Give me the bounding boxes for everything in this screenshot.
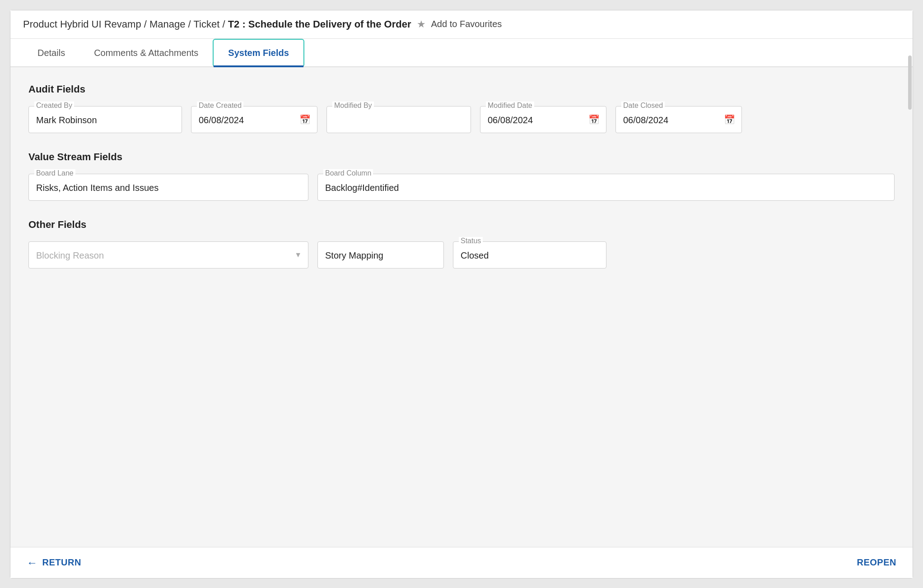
- date-created-label: Date Created: [197, 102, 243, 110]
- breadcrumb-path-text: Product Hybrid UI Revamp / Manage / Tick…: [23, 19, 225, 30]
- modified-by-label: Modified By: [332, 102, 374, 110]
- return-arrow-icon: ←: [27, 556, 38, 569]
- status-label: Status: [459, 237, 483, 245]
- board-lane-field: Board Lane Risks, Action Items and Issue…: [28, 174, 308, 201]
- add-to-favourites-button[interactable]: Add to Favourites: [431, 19, 502, 29]
- board-lane-value: Risks, Action Items and Issues: [29, 174, 308, 200]
- other-fields-row: Blocking Reason ▼ Story Mapping Status C…: [28, 241, 895, 269]
- date-closed-calendar-icon[interactable]: 📅: [724, 114, 735, 125]
- other-fields-title: Other Fields: [28, 219, 895, 231]
- modified-by-field: Modified By: [326, 106, 471, 133]
- breadcrumb-bar: Product Hybrid UI Revamp / Manage / Tick…: [10, 10, 913, 39]
- modified-by-value: [327, 106, 471, 133]
- modified-date-value: 06/08/2024: [480, 106, 606, 133]
- modified-date-calendar-icon[interactable]: 📅: [588, 114, 600, 125]
- date-created-calendar-icon[interactable]: 📅: [299, 114, 311, 125]
- board-column-value: Backlog#Identified: [318, 174, 894, 200]
- return-label: RETURN: [42, 557, 81, 568]
- tab-system-fields-wrapper: System Fields: [213, 39, 304, 67]
- other-fields-section: Other Fields Blocking Reason ▼ Story Map…: [28, 219, 895, 269]
- tab-comments-attachments[interactable]: Comments & Attachments: [79, 40, 213, 66]
- tab-system-fields[interactable]: System Fields: [214, 40, 303, 66]
- board-column-label: Board Column: [323, 169, 373, 177]
- tabs-bar: Details Comments & Attachments System Fi…: [10, 39, 913, 67]
- value-stream-fields-section: Value Stream Fields Board Lane Risks, Ac…: [28, 151, 895, 201]
- modified-date-label: Modified Date: [486, 102, 534, 110]
- story-mapping-field: Story Mapping: [317, 241, 444, 269]
- footer-bar: ← RETURN REOPEN: [10, 547, 913, 578]
- blocking-reason-placeholder: Blocking Reason: [29, 242, 308, 268]
- created-by-value: Mark Robinson: [29, 106, 182, 133]
- story-mapping-value: Story Mapping: [318, 242, 443, 268]
- audit-fields-row: Created By Mark Robinson Date Created 06…: [28, 106, 895, 133]
- status-value: Closed: [453, 242, 606, 268]
- scrollbar[interactable]: [908, 56, 912, 110]
- return-button[interactable]: ← RETURN: [27, 556, 81, 569]
- main-container: Product Hybrid UI Revamp / Manage / Tick…: [10, 10, 913, 579]
- audit-fields-section: Audit Fields Created By Mark Robinson Da…: [28, 83, 895, 133]
- date-closed-field: Date Closed 06/08/2024 📅: [615, 106, 742, 133]
- board-column-field: Board Column Backlog#Identified: [317, 174, 895, 201]
- favourites-star-icon[interactable]: ★: [417, 19, 426, 30]
- reopen-button[interactable]: REOPEN: [857, 557, 896, 568]
- tab-details[interactable]: Details: [23, 40, 79, 66]
- content-area: Audit Fields Created By Mark Robinson Da…: [10, 67, 913, 547]
- date-closed-label: Date Closed: [621, 102, 665, 110]
- date-created-value: 06/08/2024: [191, 106, 317, 133]
- date-created-field: Date Created 06/08/2024 📅: [191, 106, 317, 133]
- value-stream-fields-title: Value Stream Fields: [28, 151, 895, 163]
- date-closed-value: 06/08/2024: [616, 106, 741, 133]
- board-lane-label: Board Lane: [34, 169, 75, 177]
- breadcrumb-title: T2 : Schedule the Delivery of the Order: [228, 19, 411, 30]
- audit-fields-title: Audit Fields: [28, 83, 895, 95]
- value-stream-fields-row: Board Lane Risks, Action Items and Issue…: [28, 174, 895, 201]
- created-by-field: Created By Mark Robinson: [28, 106, 182, 133]
- status-field: Status Closed: [453, 241, 606, 269]
- breadcrumb-path: Product Hybrid UI Revamp / Manage / Tick…: [23, 19, 411, 30]
- blocking-reason-field[interactable]: Blocking Reason ▼: [28, 241, 308, 269]
- created-by-label: Created By: [34, 102, 74, 110]
- modified-date-field: Modified Date 06/08/2024 📅: [480, 106, 606, 133]
